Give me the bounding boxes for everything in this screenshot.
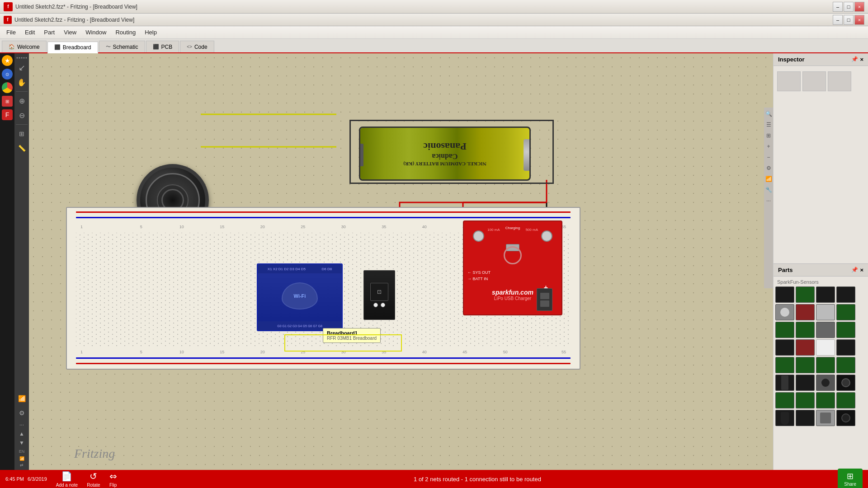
menu-part[interactable]: Part (39, 27, 59, 38)
sidebar-icon-fire[interactable]: F (2, 109, 13, 120)
part-thumb-6-1[interactable] (775, 375, 794, 391)
pis-search-icon[interactable]: 🔍 (765, 110, 772, 117)
sidebar-icon-circuit[interactable]: ⊙ (2, 69, 13, 80)
part-thumb-8-3[interactable] (816, 410, 835, 426)
toolbar-hand-icon[interactable]: ✋ (15, 76, 28, 89)
tab-pcb[interactable]: ⬛ PCB (146, 41, 179, 52)
pis-cog-icon[interactable]: 🔧 (765, 186, 772, 193)
canvas-area[interactable]: NICKEL CADMIUM BATTERY (KR) Cadnica Pana… (29, 53, 773, 470)
toolbar-wifi-icon[interactable]: 📶 (15, 392, 28, 405)
wifi-module[interactable]: X1 X2 D1 D2 D3 D4 D5 D6 D8 Wi-Fi G0 G1 G… (257, 263, 343, 331)
part-thumb-1-3[interactable] (816, 286, 835, 303)
tab-welcome[interactable]: 🏠 Welcome (2, 41, 47, 52)
parts-close-icon[interactable]: × (860, 267, 863, 273)
part-thumb-6-4[interactable] (836, 375, 855, 391)
pis-minus-icon[interactable]: − (765, 154, 772, 161)
part-thumb-2-1[interactable] (775, 304, 794, 320)
menu-edit[interactable]: Edit (20, 27, 39, 38)
tab-schematic[interactable]: 〜 Schematic (99, 41, 145, 52)
part-thumb-2-4[interactable] (836, 304, 855, 320)
lipo-charger[interactable]: 100 mA 500 mA Charging ← SYS OUT → BATT … (463, 221, 562, 315)
minimize-btn-1[interactable]: – (833, 2, 843, 12)
win-controls-1: – □ × (833, 2, 864, 12)
inspector-box-3 (828, 71, 851, 91)
maximize-btn-2[interactable]: □ (844, 15, 854, 25)
inspector-pin-icon[interactable]: 📌 (851, 56, 858, 63)
add-note-button[interactable]: 📄 Add a note (56, 471, 78, 488)
part-thumb-2-3[interactable] (816, 304, 835, 320)
part-thumb-1-2[interactable] (796, 286, 815, 303)
tab-code-label: Code (194, 44, 208, 50)
tab-breadboard[interactable]: ⬛ Breadboard (47, 42, 98, 53)
part-thumb-3-4[interactable] (836, 322, 855, 338)
menu-file[interactable]: File (2, 27, 20, 38)
part-thumb-7-2[interactable] (796, 392, 815, 408)
pis-wifi-icon[interactable]: 📶 (765, 175, 772, 183)
part-thumb-4-4[interactable] (836, 339, 855, 356)
menu-help[interactable]: Help (140, 27, 161, 38)
svg-point-1 (19, 57, 20, 59)
sidebar-icon-chrome[interactable] (2, 82, 13, 93)
toolbar-down-icon[interactable]: ▼ (15, 439, 28, 446)
part-thumb-5-2[interactable] (796, 357, 815, 373)
part-thumb-4-2[interactable] (796, 339, 815, 356)
part-thumb-2-2[interactable] (796, 304, 815, 320)
maximize-btn-1[interactable]: □ (844, 2, 854, 12)
sidebar-icon-grid[interactable]: ⊞ (2, 96, 13, 107)
toolbar-zoom-out-icon[interactable]: ⊖ (15, 109, 28, 122)
toolbar-grid-icon[interactable]: ⊞ (15, 127, 28, 140)
fritzing-logo: Fritzing (74, 446, 115, 461)
pis-settings-icon[interactable]: ⚙ (765, 164, 772, 172)
part-thumb-6-2[interactable] (796, 375, 815, 391)
toolbar-dots-more[interactable]: ··· (15, 421, 28, 428)
menu-routing[interactable]: Routing (111, 27, 140, 38)
time-display: 6:45 PM (5, 476, 24, 482)
menu-view[interactable]: View (59, 27, 81, 38)
small-module[interactable]: ⊡ (363, 270, 395, 320)
inspector-close-icon[interactable]: × (860, 56, 863, 63)
breadboard-tooltip: Breadboard1 RFR 03MB1 Breadboard (323, 328, 381, 343)
minimize-btn-2[interactable]: – (833, 15, 843, 25)
part-thumb-3-1[interactable] (775, 322, 794, 338)
battery[interactable]: NICKEL CADMIUM BATTERY (KR) Cadnica Pana… (359, 127, 531, 181)
pis-list-icon[interactable]: ☰ (765, 121, 772, 128)
bottom-toolbar: 6:45 PM 6/3/2019 📄 Add a note ↺ Rotate ⇔… (0, 470, 868, 488)
toolbar-zoom-in-icon[interactable]: ⊕ (15, 94, 28, 107)
toolbar-arrow-icon[interactable]: ↙ (15, 61, 28, 74)
close-btn-2[interactable]: × (854, 15, 864, 25)
part-thumb-8-2[interactable] (796, 410, 815, 426)
parts-category: SparkFun-Sensors (775, 278, 866, 286)
part-thumb-3-2[interactable] (796, 322, 815, 338)
close-btn-1[interactable]: × (854, 2, 864, 12)
share-button[interactable]: ⊞ Share (838, 469, 863, 488)
pis-dots-icon[interactable]: ··· (765, 197, 772, 204)
tab-code[interactable]: <> Code (180, 41, 214, 52)
part-thumb-1-4[interactable] (836, 286, 855, 303)
part-thumb-3-3[interactable] (816, 322, 835, 338)
part-thumb-6-3[interactable] (816, 375, 835, 391)
part-thumb-1-1[interactable] (775, 286, 794, 303)
menu-window[interactable]: Window (81, 27, 111, 38)
part-thumb-5-3[interactable] (816, 357, 835, 373)
part-thumb-5-1[interactable] (775, 357, 794, 373)
toolbar-cog-icon[interactable]: ⚙ (15, 407, 28, 419)
part-thumb-7-1[interactable] (775, 392, 794, 408)
part-thumb-7-4[interactable] (836, 392, 855, 408)
parts-pin-icon[interactable]: 📌 (851, 267, 858, 273)
part-thumb-4-1[interactable] (775, 339, 794, 356)
rotate-button[interactable]: ↺ Rotate (87, 471, 100, 488)
add-note-icon: 📄 (61, 471, 72, 482)
flip-button[interactable]: ⇔ Flip (109, 471, 117, 488)
pis-plus-icon[interactable]: + (765, 143, 772, 150)
part-thumb-5-4[interactable] (836, 357, 855, 373)
sidebar-icon-star[interactable]: ★ (2, 55, 13, 66)
part-thumb-8-4[interactable] (836, 410, 855, 426)
part-thumb-7-3[interactable] (816, 392, 835, 408)
toolbar-up-icon[interactable]: ▲ (15, 430, 28, 437)
pis-grid-icon[interactable]: ⊞ (765, 132, 772, 139)
toolbar-ruler-icon[interactable]: 📏 (15, 142, 28, 155)
breadboard-tab-icon: ⬛ (54, 44, 61, 50)
toolbar-arrows: ⇄ (20, 463, 24, 467)
part-thumb-8-1[interactable] (775, 410, 794, 426)
part-thumb-4-3[interactable] (816, 339, 835, 356)
